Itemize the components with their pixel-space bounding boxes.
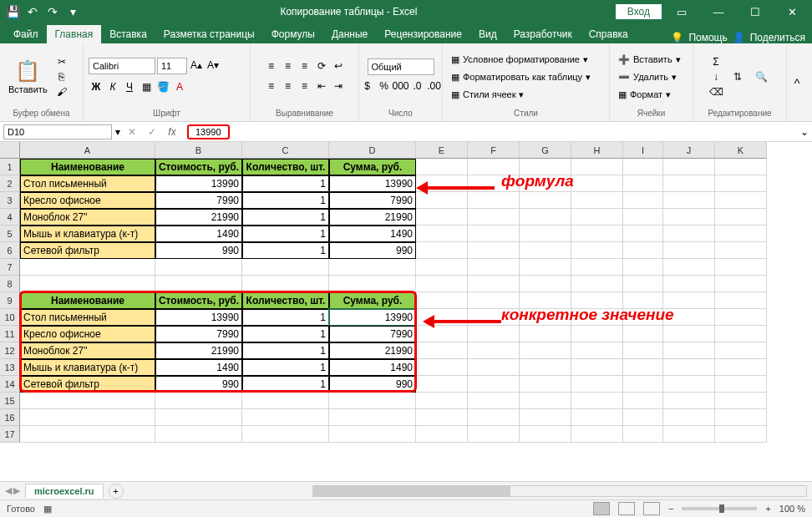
cell[interactable] [416,276,468,292]
cancel-formula-icon[interactable]: ✕ [124,126,140,138]
cell[interactable] [715,226,767,242]
cell[interactable] [571,359,623,376]
view-layout-icon[interactable] [618,502,635,515]
cell[interactable] [715,209,767,226]
cell[interactable]: Наименование [20,292,155,309]
sheet-next-icon[interactable]: ▶ [13,485,20,496]
sheet-prev-icon[interactable]: ◀ [5,485,12,496]
cell[interactable]: 7990 [329,192,416,209]
cell[interactable] [520,209,571,226]
tab-file[interactable]: Файл [5,25,47,43]
cell[interactable] [416,226,468,242]
cell[interactable] [329,409,416,426]
row-header-11[interactable]: 11 [0,326,20,342]
cell[interactable]: 1490 [329,359,416,376]
cell[interactable] [715,259,767,276]
percent-icon[interactable]: % [377,79,392,94]
font-size-input[interactable] [157,58,187,74]
cell[interactable] [155,276,242,292]
align-bottom-icon[interactable]: ≡ [297,58,312,73]
cell[interactable] [663,426,715,443]
cell[interactable] [623,276,663,292]
help-link[interactable]: Помощь [688,32,727,43]
cell[interactable] [623,426,663,443]
border-icon[interactable]: ▦ [139,79,154,94]
col-header-B[interactable]: B [155,142,242,159]
cell[interactable] [468,376,520,393]
cell[interactable]: 990 [155,242,242,259]
add-sheet-button[interactable]: + [109,484,124,499]
cell[interactable]: 21990 [155,209,242,226]
cell[interactable]: 13990 [329,309,416,326]
cell[interactable] [520,192,571,209]
cell[interactable]: 7990 [155,192,242,209]
view-normal-icon[interactable] [593,502,610,515]
cell[interactable] [715,242,767,259]
format-painter-icon[interactable]: 🖌 [54,84,69,99]
cell[interactable]: 7990 [329,326,416,342]
cell[interactable] [520,426,571,443]
cell[interactable]: 1 [242,342,329,359]
cell[interactable] [242,409,329,426]
cell[interactable] [520,409,571,426]
cell[interactable]: 1 [242,175,329,192]
cell[interactable]: 1 [242,192,329,209]
cell[interactable]: Стол письменный [20,175,155,192]
underline-button[interactable]: Ч [122,79,137,94]
fill-icon[interactable]: ↓ [708,69,723,84]
cell[interactable] [571,326,623,342]
redo-icon[interactable]: ↷ [43,3,62,21]
cell[interactable] [715,309,767,326]
undo-icon[interactable]: ↶ [23,3,42,21]
cell[interactable] [416,342,468,359]
minimize-icon[interactable]: — [702,0,735,23]
tab-help[interactable]: Справка [581,25,637,43]
row-header-13[interactable]: 13 [0,359,20,376]
tab-home[interactable]: Главная [47,25,102,43]
cell[interactable] [663,393,715,409]
spreadsheet-grid[interactable]: ABCDEFGHIJK 1234567891011121314151617 На… [0,142,812,481]
tab-developer[interactable]: Разработчик [505,25,581,43]
cell[interactable] [663,226,715,242]
cell[interactable]: Сетевой фильтр [20,376,155,393]
cell[interactable]: 990 [155,376,242,393]
row-header-1[interactable]: 1 [0,159,20,175]
cell[interactable] [329,259,416,276]
row-header-14[interactable]: 14 [0,376,20,393]
cell[interactable] [663,259,715,276]
tab-data[interactable]: Данные [323,25,376,43]
cell[interactable] [623,175,663,192]
row-header-15[interactable]: 15 [0,393,20,409]
macro-record-icon[interactable]: ▦ [43,504,52,514]
col-header-E[interactable]: E [416,142,468,159]
cell[interactable] [468,342,520,359]
cell[interactable] [571,209,623,226]
italic-button[interactable]: К [105,79,120,94]
row-header-2[interactable]: 2 [0,175,20,192]
row-header-7[interactable]: 7 [0,259,20,276]
row-header-6[interactable]: 6 [0,242,20,259]
row-header-9[interactable]: 9 [0,292,20,309]
fx-icon[interactable]: fx [164,126,180,138]
col-header-D[interactable]: D [329,142,416,159]
cell[interactable] [416,159,468,175]
cell[interactable] [155,409,242,426]
align-left-icon[interactable]: ≡ [264,79,279,94]
cell[interactable] [468,209,520,226]
signin-button[interactable]: Вход [616,4,662,19]
cell[interactable] [663,409,715,426]
cell[interactable] [663,175,715,192]
name-box[interactable] [3,124,112,139]
row-header-16[interactable]: 16 [0,409,20,426]
row-header-4[interactable]: 4 [0,209,20,226]
cell[interactable]: 21990 [329,209,416,226]
orientation-icon[interactable]: ⟳ [314,58,329,73]
cell[interactable]: Сумма, руб. [329,159,416,175]
cell[interactable] [329,276,416,292]
cell[interactable] [623,376,663,393]
cell[interactable] [468,242,520,259]
cell[interactable] [155,426,242,443]
tab-layout[interactable]: Разметка страницы [155,25,263,43]
cell[interactable]: 1 [242,376,329,393]
qat-customize-icon[interactable]: ▾ [63,3,82,21]
